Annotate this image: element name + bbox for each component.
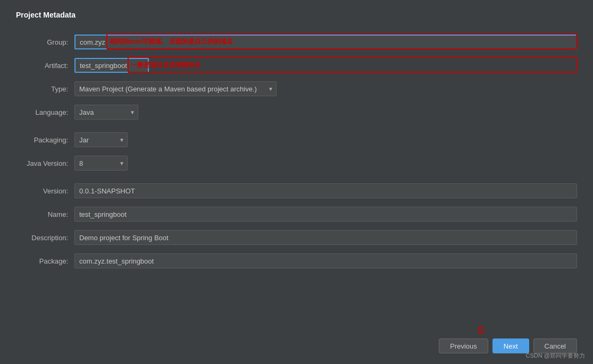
version-input[interactable] (74, 183, 577, 198)
artifact-input[interactable] (74, 58, 149, 73)
language-label: Language: (16, 108, 74, 116)
description-label: Description: (16, 234, 74, 242)
java-version-select-wrapper: 8 11 17 ▼ (74, 156, 128, 171)
type-select[interactable]: Maven Project (Generate a Maven based pr… (74, 81, 277, 96)
button-row: Previous Next Cancel (16, 338, 577, 353)
artifact-input-container: 一般是项目名或者模块名 (74, 58, 577, 73)
version-label: Version: (16, 187, 74, 195)
packaging-label: Packaging: (16, 136, 74, 144)
packaging-row: Packaging: Jar War ▼ (16, 130, 577, 150)
next-button[interactable]: Next (492, 338, 529, 353)
package-input[interactable] (74, 253, 577, 268)
bottom-area: Previous Next Cancel (16, 321, 577, 364)
section-title: Project Metadata (16, 11, 577, 22)
type-row: Type: Maven Project (Generate a Maven ba… (16, 79, 577, 99)
packaging-select[interactable]: Jar War (74, 132, 128, 147)
group-input-container: 相同的icon可能域。 后面的是自己的的域名 (74, 35, 577, 49)
group-row: Group: 相同的icon可能域。 后面的是自己的的域名 (16, 32, 577, 52)
name-input[interactable] (74, 207, 577, 222)
version-row: Version: (16, 181, 577, 201)
language-row: Language: Java Kotlin Groovy ▼ (16, 102, 577, 122)
type-select-wrapper: Maven Project (Generate a Maven based pr… (74, 81, 277, 96)
description-input[interactable] (74, 230, 577, 245)
project-metadata-dialog: Project Metadata Group: 相同的icon可能域。 后面的是… (0, 0, 593, 364)
description-row: Description: (16, 227, 577, 248)
artifact-row: Artifact: 一般是项目名或者模块名 (16, 55, 577, 75)
name-row: Name: (16, 204, 577, 224)
group-input[interactable] (74, 35, 577, 49)
cursor-mark: S (478, 325, 484, 336)
language-select[interactable]: Java Kotlin Groovy (74, 105, 138, 120)
artifact-annotation-box: 一般是项目名或者模块名 (128, 57, 577, 73)
spacer-row (16, 125, 577, 130)
cancel-button[interactable]: Cancel (533, 338, 577, 353)
package-label: Package: (16, 257, 74, 265)
group-label: Group: (16, 38, 74, 46)
java-version-label: Java Version: (16, 159, 74, 167)
language-select-wrapper: Java Kotlin Groovy ▼ (74, 105, 138, 120)
package-row: Package: (16, 251, 577, 271)
java-version-select[interactable]: 8 11 17 (74, 156, 128, 171)
previous-button[interactable]: Previous (439, 338, 488, 353)
artifact-label: Artifact: (16, 62, 74, 70)
name-label: Name: (16, 210, 74, 218)
csdn-watermark: CSDN @郑同学要努力 (526, 352, 585, 360)
spacer-row-2 (16, 176, 577, 181)
type-label: Type: (16, 85, 74, 93)
form-area: Group: 相同的icon可能域。 后面的是自己的的域名 Artifact: … (16, 32, 577, 321)
java-version-row: Java Version: 8 11 17 ▼ (16, 153, 577, 173)
packaging-select-wrapper: Jar War ▼ (74, 132, 128, 147)
